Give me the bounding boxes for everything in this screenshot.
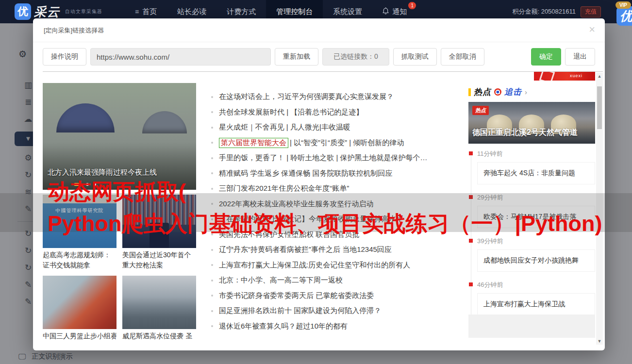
thumb-caption[interactable]: 威尼斯遇高水位侵袭 圣 [122,331,196,341]
hot-story-card[interactable]: 热点 德国正重启北溪2号天然气管道 [468,102,595,144]
promo-banner[interactable]: xuexi [534,72,595,81]
podium-shape [150,223,169,248]
thumb-image-biden[interactable] [122,195,196,248]
news-item[interactable]: 星火成炬｜不舍再见 | 凡人微光|丰收温暖 [211,120,461,135]
news-item[interactable]: 北京：中小学、高一高二等下周一返校 [211,273,461,288]
vip-logo-icon[interactable]: 优 [616,6,632,26]
timeline-title[interactable]: 欧委会：马航MH17是被俄击落 [477,206,595,228]
news-item[interactable]: 市委书记跻身省委常委两天后 已掌舵省委政法委 [211,288,461,304]
nav-item-label: 系统设置 [333,7,362,17]
carousel-dot[interactable] [86,183,89,186]
recharge-button[interactable]: 充值 [581,6,601,17]
news-item[interactable]: 上海宣布打赢大上海保卫战:历史会记住坚守和付出的所有人 [211,258,461,273]
news-list: 在这场对话会上，习近平为何强调要真心实意谋发展？共创全球发展新时代 | 【沿着总… [211,72,461,334]
news-item[interactable]: 辽宁丹东“持黄码者看病被拦”事件之后 当地12345回应 [211,242,461,258]
news-item[interactable]: 精准赋码 学生返乡 保通保畅 国务院联防联控机制回应 [211,166,461,182]
carousel-dots[interactable] [74,183,96,186]
bullet-icon [211,127,213,129]
nav-item-label: 通知 [392,7,407,17]
bell-icon [383,7,389,16]
bullet-icon [211,111,213,113]
news-item[interactable]: 共创全球发展新时代 | 【沿着总书记的足迹】 [211,105,461,120]
carousel-image-rain[interactable]: 北方入汛来最强降雨过程今夜上线 [43,83,196,190]
selected-link[interactable]: 第六届世界智能大会 [219,138,288,148]
news-item-text: 上海宣布打赢大上海保卫战:历史会记住坚守和付出的所有人 [219,261,410,270]
news-column: 在这场对话会上，习近平为何强调要真心实意谋发展？共创全球发展新时代 | 【沿着总… [211,72,461,334]
timeline-title[interactable]: 奔驰车起火 4S店：非质量问题 [477,162,595,184]
news-item-text: 精准赋码 学生返乡 保通保畅 国务院联防联控机制回应 [219,169,393,178]
vip-corner[interactable]: 优 VIP [616,6,632,26]
page-scrollbar[interactable]: ▲ ▼ [596,73,603,345]
vip-badge: VIP [615,1,631,9]
news-item[interactable]: 退休近6年被查算久吗？超过10年的都有 [211,319,461,334]
banner-deco [539,72,555,81]
cancel-all-button[interactable]: 全部取消 [441,48,484,66]
news-item[interactable]: 手里的饭，更香了！ | 聆听土地之歌 | 保护黑土地就是保护每个… [211,150,461,166]
hamburger-icon: ≡ [135,8,139,16]
thumb-caption[interactable]: 起底高考志愿规划师：证书交钱就能拿 [43,250,116,270]
scrollbar-thumb[interactable] [597,86,602,129]
timeline-entry: 39分钟前成都地铁回应女子对小孩跳艳舞 [468,237,595,272]
news-item-text: 在这场对话会上，习近平为何强调要真心实意谋发展？ [219,92,394,101]
thumb-caption[interactable]: 美国会通过近30年首个重大控枪法案 [122,250,196,270]
carousel-dot[interactable] [93,183,96,186]
news-item-text: 北京：中小学、高一高二等下周一返校 [219,276,343,285]
news-item-text: 共创全球发展新时代 | 【沿着总书记的足迹】 [219,108,363,117]
sign-text: 中國管理科學研究院 [43,207,116,214]
news-item[interactable]: 2022年离校未就业高校毕业生服务攻坚行动启动 [211,197,461,212]
news-item[interactable]: 美国宪法不再保护女性堕胎权 联合国官员批 [211,227,461,243]
timeline-time: 46分钟前 [477,281,595,289]
news-item-text: 市委书记跻身省委常委两天后 已掌舵省委政法委 [219,291,374,300]
news-item-text: 【在希望的田野上·麦收记】今年夏粮收购总量保持高水平 [219,215,403,224]
scroll-up-icon[interactable]: ▲ [596,74,603,79]
app-logo-text: 采云 [34,4,60,20]
carousel-dot-active[interactable] [74,183,82,186]
thumb-caption[interactable]: 中国三人男篮止步小组赛 [43,331,116,341]
confirm-button[interactable]: 确定 [531,48,561,66]
bullet-icon [211,310,213,312]
chevron-right-icon[interactable]: › [525,88,527,96]
news-item-text: 国足亚洲排名跌出前十 国家队建设为何陷入停滞？ [219,306,381,315]
timeline-title[interactable]: 上海宣布打赢大上海保卫战 [477,293,595,315]
close-icon[interactable]: × [589,24,595,35]
news-item[interactable]: 在这场对话会上，习近平为何强调要真心实意谋发展？ [211,89,461,105]
nav-item-label: 管理控制台 [276,7,313,17]
help-button[interactable]: 操作说明 [43,48,86,66]
bullet-icon [211,280,213,281]
timeline-title[interactable]: 成都地铁回应女子对小孩跳艳舞 [477,249,595,272]
thumb-row-1: 中國管理科學研究院 [43,195,196,248]
news-item[interactable]: 三部门发布2021年住房公积金年度“账单” [211,181,461,197]
bullet-icon [211,264,213,266]
embedded-page: xuexi ▲ ▼ 北方入汛来最强降雨过程今夜上线 中國管理科學研究院 [43,71,603,346]
news-item[interactable]: 国足亚洲排名跌出前十 国家队建设为何陷入停滞？ [211,303,461,319]
notification-badge: 1 [408,2,416,9]
nav-item-label: 计费方式 [227,7,256,17]
reload-button[interactable]: 重新加载 [275,48,318,66]
bullet-icon [211,325,213,327]
points-balance: 积分金额: 2050821611 [512,7,576,16]
yellow-bar [468,88,471,96]
hot-header-blue: 追击 [504,86,522,98]
thumb-image-china-academy[interactable]: 中國管理科學研究院 [43,195,116,248]
link-selector-modal: [定向采集]链接选择器 × 操作说明 重新加载 已选链接数：0 抓取测试 全部取… [33,18,605,350]
hot-timeline: 11分钟前奔驰车起火 4S店：非质量问题29分钟前欧委会：马航MH17是被俄击落… [468,149,595,324]
news-item[interactable]: 【在希望的田野上·麦收记】今年夏粮收购总量保持高水平 [211,212,461,227]
news-item[interactable]: 第六届世界智能大会 | 以“智变”引“质变” | 倾听创新的律动 [211,135,461,151]
hot-header-black: 热点 [474,86,491,98]
thumb-captions-1: 起底高考志愿规划师：证书交钱就能拿 美国会通过近30年首个重大控枪法案 [43,250,196,270]
scroll-down-icon[interactable]: ▼ [596,339,603,344]
target-icon [494,88,501,96]
carousel-caption[interactable]: 北方入汛来最强降雨过程今夜上线 [43,168,196,177]
hot-header[interactable]: 热点 追击 › [468,86,527,98]
thumb-image-venice[interactable] [122,276,196,329]
timeline-entry: 29分钟前欧委会：马航MH17是被俄击落 [468,193,595,228]
timeline-dot [469,239,473,243]
grab-test-button[interactable]: 抓取测试 [393,48,437,66]
thumb-image-basketball[interactable] [43,276,116,329]
bullet-icon [211,249,213,251]
exit-button[interactable]: 退出 [565,48,595,66]
url-input[interactable] [90,48,271,66]
hot-headline[interactable]: 德国正重启北溪2号天然气管道 [472,128,578,138]
bullet-icon [211,157,213,159]
bullet-icon [211,172,213,174]
